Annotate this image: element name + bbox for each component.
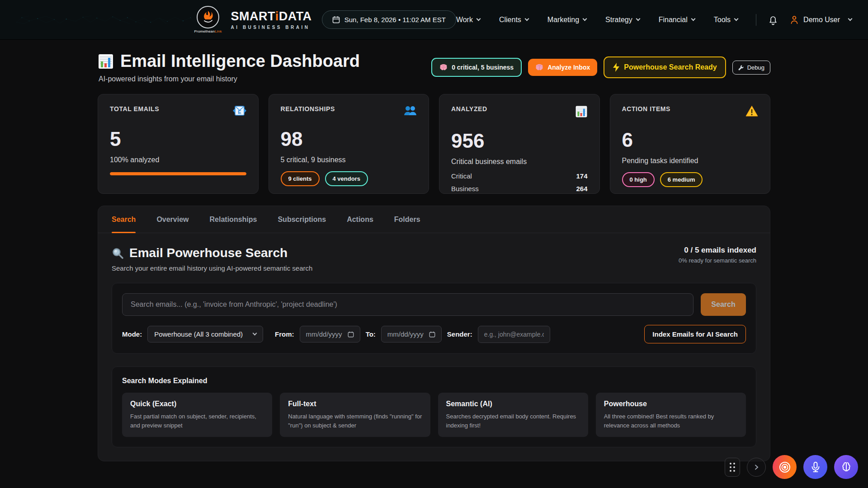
nav-item-clients[interactable]: Clients (499, 16, 528, 24)
tab-relationships[interactable]: Relationships (210, 206, 257, 233)
stats-row: TOTAL EMAILS E 5 100% analyzed RELATIONS… (98, 94, 770, 194)
clients-pill: 9 clients (281, 171, 320, 186)
search-title-block: Email Powerhouse Search Search your enti… (112, 246, 312, 272)
top-bar: PrometheanLink SMARTiDATA AI BUSINESS BR… (0, 0, 868, 40)
user-name: Demo User (803, 16, 840, 24)
chevron-down-icon (253, 331, 257, 336)
chevron-right-icon (754, 465, 759, 470)
people-icon (403, 105, 417, 116)
nav-item-marketing[interactable]: Marketing (547, 16, 586, 24)
svg-text:E: E (238, 109, 241, 115)
to-date-input[interactable]: mm/dd/yyyy (381, 326, 442, 343)
index-emails-button[interactable]: Index Emails for AI Search (644, 325, 746, 343)
magnifier-icon (112, 247, 124, 259)
microphone-fab-button[interactable] (803, 455, 827, 479)
nav-item-work[interactable]: Work (456, 16, 480, 24)
mode-card-fulltext: Full-text Natural language with stemming… (280, 393, 430, 437)
business-count-row: Business264 (451, 185, 588, 192)
sender-label: Sender: (447, 330, 472, 338)
chevron-down-icon (848, 17, 853, 21)
debug-button[interactable]: Debug (732, 61, 770, 75)
chevron-down-icon (524, 17, 529, 21)
tab-subscriptions[interactable]: Subscriptions (278, 206, 326, 233)
main-navigation: Work Clients Marketing Strategy Financia… (456, 16, 738, 24)
chevron-down-icon (476, 17, 481, 21)
tab-search[interactable]: Search (112, 206, 136, 233)
status-badge: 0 critical, 5 business (431, 58, 522, 77)
analyze-inbox-button[interactable]: Analyze Inbox (528, 59, 597, 76)
search-input[interactable] (122, 293, 693, 316)
calendar-icon (348, 331, 354, 338)
collapse-chevron-button[interactable] (747, 458, 766, 477)
search-box-panel: Search Mode: Powerhouse (All 3 combined)… (112, 283, 756, 354)
lightning-icon (613, 63, 620, 72)
critical-count-row: Critical174 (451, 172, 588, 180)
analyzed-progress-fill (110, 172, 246, 175)
search-mode-select[interactable]: Powerhouse (All 3 combined) (147, 326, 263, 343)
chevron-down-icon (691, 17, 695, 21)
stat-value: 98 (281, 128, 417, 150)
stat-label: ANALYZED (451, 105, 487, 113)
from-date-input[interactable]: mm/dd/yyyy (300, 326, 360, 343)
stat-label: TOTAL EMAILS (110, 105, 159, 113)
nav-item-tools[interactable]: Tools (714, 16, 738, 24)
stat-subtext: 100% analyzed (110, 156, 246, 164)
email-icon: E (233, 105, 246, 116)
stat-label: RELATIONSHIPS (281, 105, 335, 113)
from-label: From: (275, 330, 294, 338)
calendar-icon (332, 16, 340, 23)
search-button[interactable]: Search (701, 293, 746, 316)
user-menu[interactable]: Demo User (790, 15, 852, 25)
mode-card-semantic: Semantic (AI) Searches decrypted email b… (438, 393, 588, 437)
target-icon (778, 461, 791, 474)
nav-divider (756, 14, 756, 26)
stat-card-relationships: RELATIONSHIPS 98 5 critical, 9 business … (269, 94, 429, 194)
notifications-bell-icon[interactable] (768, 14, 778, 25)
sender-input[interactable] (478, 326, 550, 343)
brain-icon (535, 64, 543, 71)
brain-icon (840, 461, 852, 473)
brand-tagline: AI BUSINESS BRAIN (231, 25, 312, 30)
mode-card-powerhouse: Powerhouse All three combined! Best resu… (596, 393, 746, 437)
stat-label: ACTION ITEMS (622, 105, 671, 113)
network-background-decoration (16, 0, 194, 40)
floating-action-bar (725, 455, 858, 479)
drag-handle-grid-button[interactable] (725, 458, 740, 477)
header-badges: 0 critical, 5 business Analyze Inbox Pow… (431, 56, 770, 78)
stat-value: 956 (451, 130, 588, 152)
stat-card-total-emails: TOTAL EMAILS E 5 100% analyzed (98, 94, 259, 194)
stat-subtext: 5 critical, 9 business (281, 156, 417, 164)
bar-chart-icon (98, 53, 114, 70)
stat-value: 6 (622, 129, 759, 151)
powerhouse-ready-badge: Powerhouse Search Ready (604, 56, 726, 78)
calendar-icon (429, 331, 435, 338)
high-priority-pill: 0 high (622, 172, 655, 187)
analyzed-progress-bar (110, 172, 246, 175)
search-section-subtitle: Search your entire email history using A… (112, 264, 312, 272)
stat-subtext: Pending tasks identified (622, 157, 759, 165)
main-content: Email Intelligence Dashboard AI-powered … (98, 40, 770, 461)
brain-icon (439, 64, 448, 71)
brain-fab-button[interactable] (834, 455, 858, 479)
tab-actions[interactable]: Actions (347, 206, 373, 233)
stat-card-action-items: ACTION ITEMS 6 Pending tasks identified … (610, 94, 771, 194)
target-fab-button[interactable] (773, 455, 797, 479)
search-tab-content: Email Powerhouse Search Search your enti… (98, 233, 770, 461)
user-icon (790, 15, 799, 25)
page-title: Email Intelligence Dashboard (98, 52, 360, 71)
tab-folders[interactable]: Folders (394, 206, 420, 233)
indexed-count: 0 / 5 emails indexed (679, 246, 756, 255)
index-status: 0 / 5 emails indexed 0% ready for semant… (679, 246, 756, 264)
promethean-logo-icon (197, 6, 219, 28)
vendors-pill: 4 vendors (325, 171, 368, 186)
indexed-ready-percent: 0% ready for semantic search (679, 257, 756, 264)
nav-item-strategy[interactable]: Strategy (605, 16, 640, 24)
mode-label: Mode: (122, 330, 142, 338)
microphone-icon (810, 461, 821, 473)
wrench-icon (738, 65, 744, 70)
nav-item-financial[interactable]: Financial (659, 16, 695, 24)
search-modes-panel: Search Modes Explained Quick (Exact) Fas… (112, 366, 756, 447)
brand-logo: PrometheanLink (194, 6, 222, 33)
dashboard-tab-panel: Search Overview Relationships Subscripti… (98, 206, 770, 461)
tab-overview[interactable]: Overview (156, 206, 189, 233)
